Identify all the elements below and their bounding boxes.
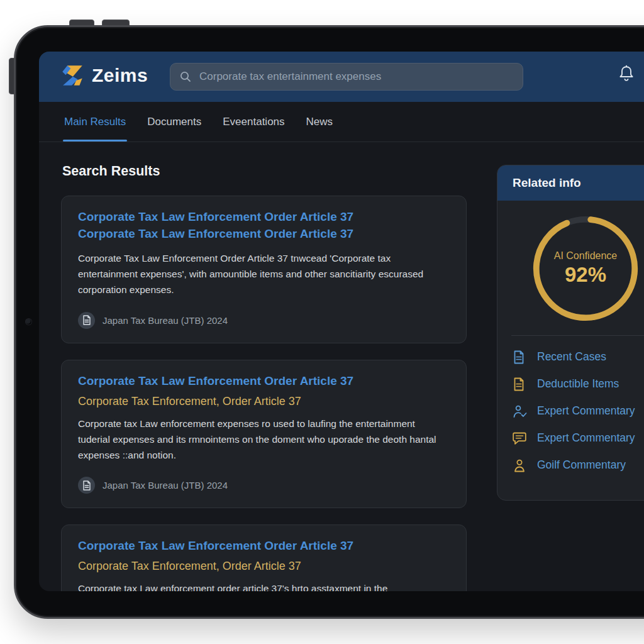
tab-eveentations[interactable]: Eveentations	[221, 102, 286, 142]
result-snippet: Corporate tax Law enforcement expenses r…	[78, 416, 450, 464]
result-title-line[interactable]: Corporate Tax Law Enforcement Order Arti…	[78, 226, 450, 243]
result-card[interactable]: Corporate Tax Law Enforcement Order Arti…	[61, 360, 467, 509]
tab-bar: Main Results Documents Eveentations News	[39, 102, 644, 142]
result-title[interactable]: Corporate Tax Law Enforcement Order Arti…	[78, 373, 450, 390]
related-info-panel: Related info AI Confidence 92% Recent Ca…	[497, 165, 644, 501]
related-link-goilf-commentary[interactable]: Goilf Commentary	[513, 452, 644, 479]
results-heading: Search Results	[62, 164, 467, 179]
person-icon	[513, 458, 528, 473]
related-info-heading: Related info	[497, 165, 644, 201]
result-title[interactable]: Corporate Tax Law Enforcement Order Arti…	[78, 209, 450, 243]
related-link-deductible-items[interactable]: Deductible Items	[513, 370, 644, 397]
related-link-recent-cases[interactable]: Recent Cases	[513, 343, 644, 370]
result-card[interactable]: Corporate Tax Law Enforcement Order Arti…	[61, 196, 467, 343]
tablet-screen: Zeims Main Results Documents Eveentation…	[39, 52, 644, 591]
ai-confidence-gauge: AI Confidence 92%	[530, 213, 641, 324]
document-icon	[513, 350, 528, 365]
tab-main-results[interactable]: Main Results	[63, 102, 127, 142]
document-icon	[78, 312, 95, 329]
tab-documents[interactable]: Documents	[146, 102, 203, 142]
result-card[interactable]: Corporate Tax Law Enforcement Order Arti…	[61, 525, 467, 591]
result-title-line[interactable]: Corporate Tax Law Enforcement Order Arti…	[78, 538, 450, 555]
search-icon	[179, 70, 192, 83]
speech-bubble-icon	[513, 431, 528, 446]
related-link-expert-commentary[interactable]: Expert Commentary	[513, 397, 644, 425]
result-snippet: Corporate tax Law enforcement order arti…	[78, 580, 450, 591]
related-link-expert-commentary[interactable]: Expert Commentary	[513, 425, 644, 452]
person-check-icon	[513, 404, 528, 419]
result-subtitle: Corporate Tax Enforcement, Order Article…	[78, 395, 450, 408]
document-icon	[78, 477, 95, 494]
result-title-line[interactable]: Corporate Tax Law Enforcement Order Arti…	[78, 373, 450, 390]
notification-bell-icon[interactable]	[618, 65, 635, 84]
panel-divider	[511, 335, 644, 336]
result-title-line[interactable]: Corporate Tax Law Enforcement Order Arti…	[78, 209, 450, 226]
result-title[interactable]: Corporate Tax Law Enforcement Order Arti…	[78, 538, 450, 555]
app-header: Zeims	[39, 52, 644, 102]
zeims-logo-icon	[59, 62, 86, 89]
front-camera	[26, 319, 31, 325]
results-column: Search Results Corporate Tax Law Enforce…	[61, 142, 467, 591]
search-bar[interactable]	[170, 63, 523, 91]
result-subtitle: Corporate Tax Enforcement, Order Article…	[78, 560, 450, 573]
result-snippet: Corporate Tax Law Enforcement Order Arti…	[78, 250, 450, 298]
source-label: Japan Tax Bureau (JTB) 2024	[103, 480, 228, 491]
tablet-frame: Zeims Main Results Documents Eveentation…	[14, 25, 644, 619]
source-label: Japan Tax Bureau (JTB) 2024	[103, 315, 228, 326]
search-input[interactable]	[198, 70, 514, 84]
brand[interactable]: Zeims	[59, 62, 148, 89]
gauge-value: 92%	[565, 263, 606, 287]
related-links-list: Recent Cases Deductible Items Expert Com…	[497, 340, 644, 479]
gauge-label: AI Confidence	[554, 250, 618, 262]
brand-name: Zeims	[92, 65, 148, 86]
document-icon	[513, 377, 528, 392]
tab-news[interactable]: News	[305, 102, 335, 142]
result-source: Japan Tax Bureau (JTB) 2024	[78, 477, 450, 494]
result-source: Japan Tax Bureau (JTB) 2024	[78, 312, 450, 329]
